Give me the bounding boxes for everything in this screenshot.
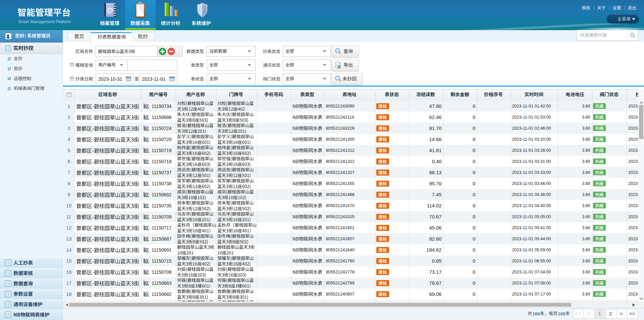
svg-text:@: @ [107, 6, 113, 14]
